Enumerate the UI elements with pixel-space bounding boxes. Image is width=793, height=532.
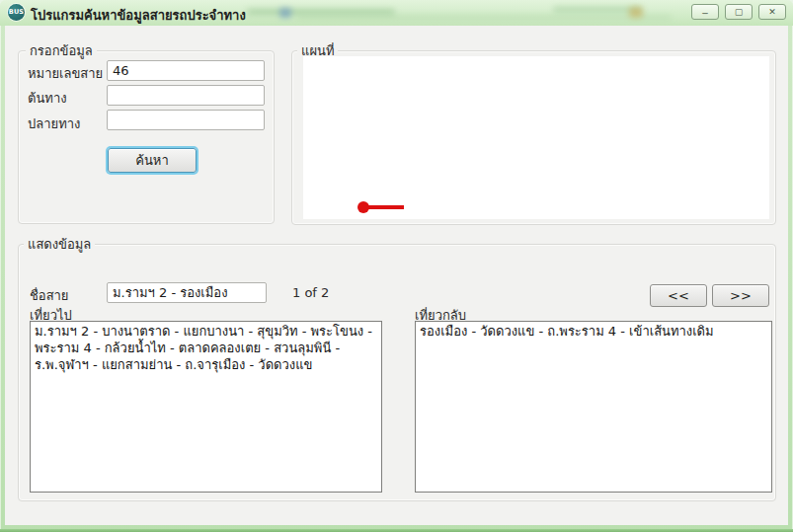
route-name-input[interactable]	[107, 282, 267, 303]
client-area: กรอกข้อมูล หมายเลขสาย ต้นทาง ปลายทาง ค้น…	[5, 26, 788, 525]
search-button[interactable]: ค้นหา	[108, 148, 197, 173]
outbound-route-textbox[interactable]: ม.รามฯ 2 - บางนาตราด - แยกบางนา - สุขุมว…	[30, 321, 382, 493]
titlebar-reflection	[247, 9, 395, 15]
destination-input[interactable]	[107, 110, 265, 130]
titlebar-reflection	[279, 8, 291, 18]
origin-input[interactable]	[107, 85, 265, 106]
app-window: BUS โปรแกรมค้นหาข้อมูลสายรถประจำทาง ─ ▢ …	[0, 0, 793, 532]
route-number-label: หมายเลขสาย	[28, 63, 103, 84]
window-title: โปรแกรมค้นหาข้อมูลสายรถประจำทาง	[31, 5, 246, 26]
destination-label: ปลายทาง	[28, 114, 80, 134]
titlebar-reflection	[296, 16, 672, 19]
pager-status: 1 of 2	[292, 285, 329, 300]
origin-label: ต้นทาง	[28, 88, 67, 109]
close-button[interactable]: ✕	[758, 4, 786, 20]
titlebar-reflection	[629, 7, 643, 18]
maximize-icon: ▢	[735, 7, 744, 17]
minimize-button[interactable]: ─	[691, 4, 719, 20]
route-marker	[303, 56, 769, 219]
bus-app-icon: BUS	[8, 4, 25, 21]
previous-record-button[interactable]: <<	[650, 284, 707, 307]
route-name-label: ชื่อสาย	[30, 285, 68, 306]
window-controls: ─ ▢ ✕	[691, 4, 786, 20]
close-icon: ✕	[768, 7, 776, 17]
minimize-icon: ─	[702, 9, 707, 19]
return-route-textbox[interactable]: รองเมือง - วัดดวงแข - ถ.พระราม 4 - เข้าเ…	[415, 321, 772, 493]
input-group-title: กรอกข้อมูล	[26, 43, 97, 58]
map-canvas	[303, 56, 769, 219]
route-number-input[interactable]	[107, 60, 265, 81]
results-group-title: แสดงข้อมูล	[24, 237, 95, 252]
maximize-button[interactable]: ▢	[725, 4, 753, 20]
titlebar[interactable]: BUS โปรแกรมค้นหาข้อมูลสายรถประจำทาง ─ ▢ …	[0, 0, 793, 26]
next-record-button[interactable]: >>	[712, 284, 769, 307]
